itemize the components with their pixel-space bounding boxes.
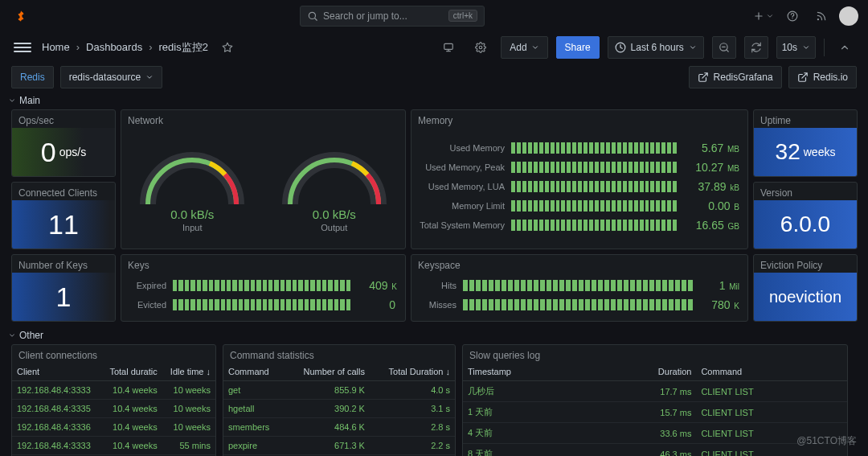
table-header[interactable]: Timestamp xyxy=(463,363,592,381)
zoom-out-button[interactable] xyxy=(712,36,736,59)
gauge-arc-icon xyxy=(132,140,252,212)
panel-number-keys[interactable]: Number of Keys 1 xyxy=(11,254,116,322)
dashboard-toolbar: Home › Dashboards › redis监控2 Add Share L… xyxy=(0,32,868,63)
table-cell: 2.2 s xyxy=(370,437,455,455)
keys-bar-list: Expired 409 K Evicted 0 xyxy=(121,273,405,321)
table-row[interactable]: 几秒后17.7 msCLIENT LIST xyxy=(463,381,847,402)
breadcrumb-home[interactable]: Home xyxy=(42,41,70,53)
external-link-button[interactable]: RedisGrafana xyxy=(689,66,782,88)
stat-value: 1 xyxy=(12,273,115,321)
svg-point-2 xyxy=(817,18,818,19)
panel-title: Slow queries log xyxy=(463,345,847,363)
help-button[interactable] xyxy=(781,5,804,27)
bar-row: Total System Memory 16.65 GB xyxy=(416,218,739,232)
table-row[interactable]: smembers484.6 K2.8 s xyxy=(223,418,455,437)
variable-select[interactable]: redis-datasource xyxy=(60,66,162,88)
grid-main: Ops/sec 0 ops/s Network 0.0 kB/s Input xyxy=(0,109,868,322)
table-cell: 55 mins xyxy=(162,437,215,455)
panel-title: Client connections xyxy=(12,345,215,363)
add-menu[interactable] xyxy=(752,5,775,27)
user-avatar[interactable] xyxy=(839,6,858,26)
link-label: RedisGrafana xyxy=(714,72,773,83)
refresh-icon xyxy=(751,42,762,53)
table-header[interactable]: Command xyxy=(223,363,285,381)
panel-client-connections[interactable]: Client connections ClientTotal duraticId… xyxy=(11,344,216,456)
panel-connected-clients[interactable]: Connected Clients 11 xyxy=(11,182,116,249)
table-header[interactable]: Duration xyxy=(592,363,696,381)
bar-row: Evicted 0 xyxy=(126,298,397,312)
star-icon xyxy=(222,42,233,53)
panel-command-stats[interactable]: Command statistics CommandNumber of call… xyxy=(223,344,456,456)
grafana-logo[interactable] xyxy=(10,5,32,27)
panel-version[interactable]: Version 6.0.0 xyxy=(753,182,858,249)
table-row[interactable]: hgetall390.2 K3.1 s xyxy=(223,400,455,418)
external-link-icon xyxy=(698,72,709,83)
table-row[interactable]: 4 天前33.6 msCLIENT LIST xyxy=(463,423,847,444)
table-row[interactable]: 192.168.48.4:333310.4 weeks10 weeks xyxy=(12,381,215,400)
table-header[interactable]: Client xyxy=(12,363,101,381)
bar-row-bars xyxy=(511,181,677,192)
add-panel-button[interactable]: Add xyxy=(501,36,547,59)
panel-slow-queries[interactable]: Slow queries log TimestampDurationComman… xyxy=(462,344,848,456)
table-row[interactable]: get855.9 K4.0 s xyxy=(223,381,455,400)
monitor-icon xyxy=(443,42,454,53)
panel-uptime[interactable]: Uptime 32 weeks xyxy=(753,109,858,177)
table-header[interactable]: Total Duration ↓ xyxy=(370,363,455,381)
tv-mode-button[interactable] xyxy=(436,36,461,59)
memory-bar-list: Used Memory 5.67 MB Used Memory, Peak 10… xyxy=(411,128,747,249)
stat-value: 32 weeks xyxy=(754,128,857,176)
panel-memory[interactable]: Memory Used Memory 5.67 MB Used Memory, … xyxy=(411,109,748,249)
table-cell: CLIENT LIST xyxy=(696,381,847,402)
panel-keys[interactable]: Keys Expired 409 K Evicted 0 xyxy=(121,254,406,322)
panel-ops-sec[interactable]: Ops/sec 0 ops/s xyxy=(11,109,116,177)
bar-row-value: 0.00 B xyxy=(683,199,739,212)
search-icon xyxy=(307,10,318,22)
panel-title: Uptime xyxy=(754,110,857,128)
search-placeholder: Search or jump to... xyxy=(323,10,407,22)
gauge-value: 0.0 kB/s xyxy=(170,207,214,221)
table-header[interactable]: Command xyxy=(696,363,847,381)
table-cell: 10 weeks xyxy=(162,381,215,400)
table-row[interactable]: pexpire671.3 K2.2 s xyxy=(223,437,455,455)
table-header[interactable]: Number of calls xyxy=(285,363,370,381)
table-cell: 192.168.48.4:3336 xyxy=(12,418,101,437)
table-cell: 192.168.48.4:3333 xyxy=(12,381,101,400)
zoom-out-icon xyxy=(719,42,730,53)
table-row[interactable]: 192.168.48.4:333610.4 weeks10 weeks xyxy=(12,418,215,437)
grafana-icon xyxy=(14,10,27,23)
toggle-sidebar[interactable] xyxy=(11,36,34,59)
breadcrumb-current: redis监控2 xyxy=(158,40,207,55)
table-row[interactable]: 1 天前15.7 msCLIENT LIST xyxy=(463,402,847,423)
table-cell: pexpire xyxy=(223,437,285,455)
chevron-down-icon xyxy=(802,43,810,51)
global-search[interactable]: Search or jump to... ctrl+k xyxy=(300,6,485,27)
collapse-button[interactable] xyxy=(833,36,857,59)
settings-button[interactable] xyxy=(469,36,493,59)
news-button[interactable] xyxy=(810,5,833,27)
gauge-value: 0.0 kB/s xyxy=(313,207,356,221)
table-row[interactable]: 192.168.48.4:333310.4 weeks55 mins xyxy=(12,437,215,455)
table-row[interactable]: 8 天前46.3 msCLIENT LIST xyxy=(463,444,847,457)
table-cell: 10.4 weeks xyxy=(101,381,162,400)
panel-keyspace[interactable]: Keyspace Hits 1 Mil Misses 780 K xyxy=(411,254,748,322)
external-link-icon xyxy=(797,72,809,83)
panel-title: Connected Clients xyxy=(12,183,115,200)
panel-eviction-policy[interactable]: Eviction Policy noeviction xyxy=(753,254,858,322)
breadcrumb-dashboards[interactable]: Dashboards xyxy=(86,41,142,53)
refresh-interval-picker[interactable]: 10s xyxy=(776,36,816,59)
keyspace-bar-list: Hits 1 Mil Misses 780 K xyxy=(411,273,747,321)
favorite-button[interactable] xyxy=(216,36,239,59)
panel-title: Number of Keys xyxy=(12,255,115,273)
section-other-header[interactable]: Other xyxy=(0,327,868,344)
table-header[interactable]: Total duratic xyxy=(101,363,162,381)
section-main-header[interactable]: Main xyxy=(0,92,868,109)
panel-network[interactable]: Network 0.0 kB/s Input 0.0 xyxy=(121,109,406,249)
table-row[interactable]: 192.168.48.4:333510.4 weeks10 weeks xyxy=(12,400,215,418)
time-range-picker[interactable]: Last 6 hours xyxy=(608,36,704,59)
table-header[interactable]: Idle time ↓ xyxy=(162,363,215,381)
share-button[interactable]: Share xyxy=(556,36,600,59)
refresh-button[interactable] xyxy=(744,36,768,59)
panel-title: Command statistics xyxy=(223,345,455,363)
external-link-button[interactable]: Redis.io xyxy=(788,66,857,88)
table-cell: 192.168.48.4:3335 xyxy=(12,400,101,418)
